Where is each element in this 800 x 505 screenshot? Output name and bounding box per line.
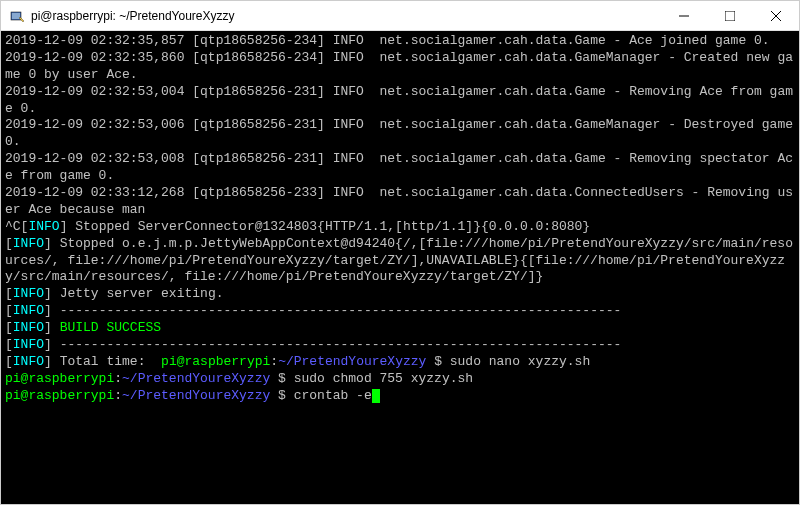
window-controls: [661, 1, 799, 31]
terminal-window: pi@raspberrypi: ~/PretendYoureXyzzy 2019…: [0, 0, 800, 505]
log-line: 2019-12-09 02:32:53,008 [qtp18658256-231…: [5, 151, 793, 183]
info-tag: INFO: [13, 303, 44, 318]
prompt-path: ~/PretendYoureXyzzy: [278, 354, 426, 369]
svg-rect-3: [725, 11, 735, 21]
info-tag: INFO: [13, 286, 44, 301]
log-line: 2019-12-09 02:32:53,006 [qtp18658256-231…: [5, 117, 799, 149]
command: sudo chmod 755 xyzzy.sh: [294, 371, 473, 386]
info-line: Stopped ServerConnector@1324803{HTTP/1.1…: [75, 219, 590, 234]
log-line: 2019-12-09 02:33:12,268 [qtp18658256-233…: [5, 185, 793, 217]
info-tag: INFO: [13, 236, 44, 251]
dashes: ----------------------------------------…: [60, 337, 622, 352]
log-line: 2019-12-09 02:32:35,860 [qtp18658256-234…: [5, 50, 793, 82]
svg-rect-1: [12, 13, 20, 19]
maximize-button[interactable]: [707, 1, 753, 31]
total-time-label: Total time:: [60, 354, 146, 369]
dashes: ----------------------------------------…: [60, 303, 622, 318]
info-tag: INFO: [28, 219, 59, 234]
prompt-user: pi@raspberrypi: [5, 388, 114, 403]
cursor: [372, 389, 380, 403]
titlebar[interactable]: pi@raspberrypi: ~/PretendYoureXyzzy: [1, 1, 799, 31]
command: sudo nano xyzzy.sh: [450, 354, 590, 369]
window-title: pi@raspberrypi: ~/PretendYoureXyzzy: [31, 9, 661, 23]
log-line: 2019-12-09 02:32:53,004 [qtp18658256-231…: [5, 84, 793, 116]
prompt-path: ~/PretendYoureXyzzy: [122, 371, 270, 386]
info-tag: INFO: [13, 354, 44, 369]
info-line: Jetty server exiting.: [60, 286, 224, 301]
close-button[interactable]: [753, 1, 799, 31]
prompt-user: pi@raspberrypi: [5, 371, 114, 386]
interrupt: ^C: [5, 219, 21, 234]
terminal-output[interactable]: 2019-12-09 02:32:35,857 [qtp18658256-234…: [1, 31, 799, 504]
prompt-user: pi@raspberrypi: [161, 354, 270, 369]
minimize-button[interactable]: [661, 1, 707, 31]
putty-icon: [9, 8, 25, 24]
info-line: Stopped o.e.j.m.p.JettyWebAppContext@d94…: [5, 236, 793, 285]
build-success: BUILD SUCCESS: [60, 320, 161, 335]
info-tag: INFO: [13, 320, 44, 335]
log-line: 2019-12-09 02:32:35,857 [qtp18658256-234…: [5, 33, 770, 48]
info-tag: INFO: [13, 337, 44, 352]
command-input[interactable]: crontab -e: [294, 388, 372, 403]
prompt-path: ~/PretendYoureXyzzy: [122, 388, 270, 403]
